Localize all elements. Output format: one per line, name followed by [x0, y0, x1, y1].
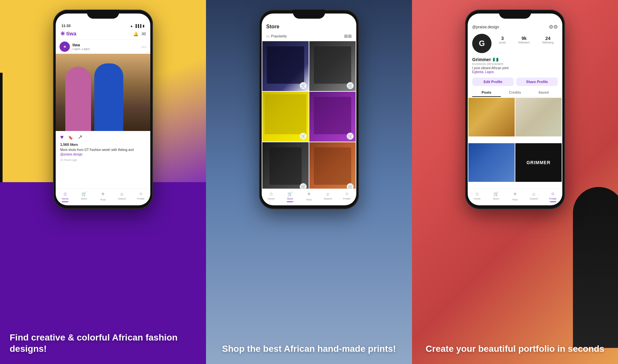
cart-icon: 🛒: [348, 134, 353, 138]
app-topbar-1: ✳ tiwa: [56, 29, 150, 40]
search-icon: [120, 191, 124, 197]
screen-3: @praise.design ⚙ G 3 posts 9k: [468, 14, 562, 205]
nav-home-2[interactable]: Home: [262, 191, 281, 202]
figure-left: [65, 67, 91, 131]
post-cell-4[interactable]: GRIMMER: [515, 143, 562, 182]
nav-profile[interactable]: Profile: [131, 191, 150, 202]
profile-username: @praise.design: [472, 25, 499, 29]
post-time: 22 hours ago: [56, 157, 150, 163]
home-icon: [64, 191, 67, 197]
nav-search-label: Search: [118, 197, 126, 200]
product-item[interactable]: 🛒: [262, 41, 309, 91]
edit-profile-button[interactable]: Edit Profile: [472, 78, 514, 86]
stat-posts: 3 posts: [499, 36, 506, 44]
stat-followers: 9k followers: [518, 36, 530, 44]
likes-count: 1,560 likes: [56, 142, 150, 147]
screen-2: Store ↕ Popularity ⊞ 🛒 🛒: [262, 14, 356, 205]
tab-posts[interactable]: Posts: [472, 89, 501, 97]
status-icons: ▲ ▐▐▐ ▮: [130, 24, 145, 28]
nav-home-label-2: Home: [268, 197, 275, 200]
user-info: tiwa Lagos, Lagos: [72, 43, 90, 51]
screen-1: 11:33 ▲ ▐▐▐ ▮ ✳ tiwa: [56, 14, 150, 205]
profile-location-link[interactable]: Egbeda, Lagos: [472, 70, 558, 74]
nav-post[interactable]: Post: [94, 191, 113, 202]
wifi-icon: ▲: [130, 24, 133, 28]
app-name: tiwa: [66, 31, 76, 37]
post-caption: More shots from GT Fashion week! with If…: [56, 147, 150, 157]
settings-icon[interactable]: ⚙: [549, 24, 558, 30]
stat-following: 24 following: [542, 36, 554, 44]
post-cell-3[interactable]: [468, 143, 515, 182]
bell-icon[interactable]: [133, 31, 138, 37]
add-to-cart-5[interactable]: 🛒: [300, 183, 307, 189]
cart-icon: 🛒: [301, 134, 306, 138]
profile-icon-2: [345, 191, 349, 197]
nav-profile-3[interactable]: Profile: [543, 191, 562, 202]
nav-underline-3: [550, 201, 556, 202]
nav-home[interactable]: Home: [56, 191, 75, 202]
nav-store-3[interactable]: Store: [487, 191, 506, 202]
add-to-cart-3[interactable]: 🛒: [300, 133, 307, 140]
post-cell-2[interactable]: [515, 98, 562, 136]
profile-bio: I post vibrant African print: [472, 66, 558, 70]
nav-search-label-2: Search: [324, 197, 332, 200]
profile-icon: [139, 191, 143, 197]
nav-search-label-3: Search: [530, 197, 538, 200]
app-logo: ✳ tiwa: [60, 30, 76, 37]
products-grid: 🛒 🛒 🛒 🛒: [262, 41, 356, 189]
profile-stats: 3 posts 9k followers 24 following: [495, 34, 558, 44]
add-to-cart-4[interactable]: 🛒: [347, 133, 354, 140]
nav-post-3[interactable]: Post: [506, 191, 525, 202]
sort-icon: ↕: [266, 34, 270, 38]
grid-view-icon[interactable]: ⊞: [344, 33, 352, 39]
product-item[interactable]: 🛒: [309, 92, 356, 142]
nav-store[interactable]: Store: [75, 191, 94, 202]
nav-search-2[interactable]: Search: [318, 191, 337, 202]
nav-search-3[interactable]: Search: [524, 191, 543, 202]
username: tiwa: [72, 43, 90, 47]
logo-asterisk: ✳: [60, 30, 65, 37]
avatar-icon: ✳: [63, 45, 66, 49]
sort-label[interactable]: ↕ Popularity: [266, 34, 287, 38]
profile-name: Grimmer 🇳🇬: [472, 57, 558, 62]
nav-profile-2[interactable]: Profile: [337, 191, 356, 202]
nav-profile-label-2: Profile: [343, 197, 351, 200]
phone-2: Store ↕ Popularity ⊞ 🛒 🛒: [259, 10, 359, 209]
following-label: following: [542, 41, 554, 44]
nav-search[interactable]: Search: [112, 191, 131, 202]
tab-saved[interactable]: Saved: [529, 89, 558, 97]
tab-credits[interactable]: Credits: [501, 89, 529, 97]
product-item[interactable]: 🛒: [309, 142, 356, 189]
panel-1: 11:33 ▲ ▐▐▐ ▮ ✳ tiwa: [0, 0, 206, 364]
time-display: 11:33: [61, 24, 70, 28]
more-options-icon[interactable]: [141, 44, 146, 50]
like-button[interactable]: [60, 134, 64, 141]
add-to-cart-6[interactable]: 🛒: [347, 183, 354, 189]
post-cell-1[interactable]: [468, 98, 515, 136]
store-icon-2: [287, 191, 293, 197]
nav-store-label-2: Store: [287, 197, 293, 200]
mail-icon[interactable]: [142, 31, 146, 37]
share-profile-button[interactable]: Share Profile: [516, 78, 558, 86]
store-icon: [81, 191, 87, 197]
share-button[interactable]: [78, 134, 82, 141]
nav-store-2[interactable]: Store: [281, 191, 300, 202]
user-avatar-small: ✳: [60, 42, 70, 52]
profile-name-section: Grimmer 🇳🇬 FASHION DESIGNER I post vibra…: [468, 56, 562, 75]
cart-icon: 🛒: [348, 83, 353, 88]
add-to-cart-2[interactable]: 🛒: [347, 82, 354, 89]
notch-2: [293, 10, 325, 19]
user-location: Lagos, Lagos: [72, 47, 90, 51]
profile-role: FASHION DESIGNER: [472, 62, 558, 66]
signal-icon: ▐▐▐: [135, 24, 141, 28]
notch-1: [87, 10, 119, 19]
add-to-cart-1[interactable]: 🛒: [300, 82, 307, 89]
mention-link[interactable]: @praise.design: [60, 153, 83, 156]
nav-home-3[interactable]: Home: [468, 191, 487, 202]
product-item[interactable]: 🛒: [262, 142, 309, 189]
product-item[interactable]: 🛒: [262, 92, 309, 142]
nav-post-2[interactable]: Post: [300, 191, 319, 202]
bookmark-button[interactable]: [68, 134, 73, 141]
product-item[interactable]: 🛒: [309, 41, 356, 91]
profile-action-buttons: Edit Profile Share Profile: [468, 75, 562, 89]
